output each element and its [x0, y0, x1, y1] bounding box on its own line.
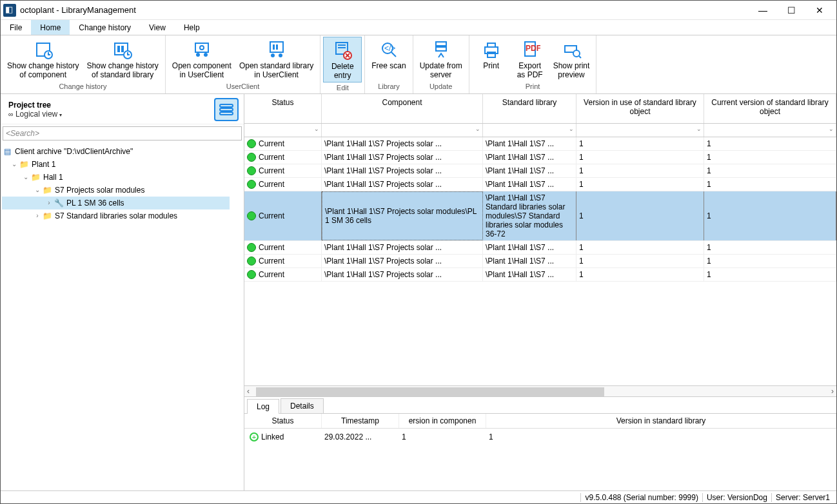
- grid-header: Status Component Standard library Versio…: [244, 94, 836, 124]
- svg-point-32: [573, 50, 580, 57]
- print-button[interactable]: Print: [472, 37, 511, 81]
- table-row[interactable]: Current\Plant 1\Hall 1\S7 Projects solar…: [244, 178, 836, 191]
- chevron-right-icon[interactable]: ›: [44, 199, 54, 206]
- ribbon: Show change history of component Show ch…: [1, 35, 836, 94]
- log-col-version-stdlib[interactable]: Version in standard library: [486, 414, 836, 428]
- chevron-down-icon[interactable]: ⌄: [21, 173, 30, 180]
- svg-text:</>: </>: [384, 44, 395, 53]
- table-row[interactable]: Current\Plant 1\Hall 1\S7 Projects solar…: [244, 255, 836, 268]
- menu-view[interactable]: View: [140, 20, 175, 35]
- table-row[interactable]: Current\Plant 1\Hall 1\S7 Projects solar…: [244, 164, 836, 178]
- menubar: File Home Change history View Help: [1, 20, 836, 35]
- chevron-right-icon[interactable]: ›: [33, 212, 42, 219]
- status-dot-icon: [247, 243, 256, 252]
- col-stdlib[interactable]: Standard library: [483, 94, 576, 123]
- chevron-down-icon: ⌄: [314, 126, 319, 132]
- export-pdf-button[interactable]: PDF Export as PDF: [511, 37, 549, 81]
- menu-help[interactable]: Help: [175, 20, 209, 35]
- minimize-button[interactable]: ―: [749, 1, 777, 19]
- log-col-status[interactable]: Status: [244, 414, 322, 428]
- free-scan-button[interactable]: </> Free scan: [368, 37, 409, 81]
- col-version-in-use[interactable]: Version in use of standard library objec…: [576, 94, 704, 123]
- table-row[interactable]: Current\Plant 1\Hall 1\S7 Projects solar…: [244, 151, 836, 164]
- menu-change-history[interactable]: Change history: [70, 20, 140, 35]
- component-icon: 🔧: [54, 198, 64, 208]
- chevron-down-icon: ⌄: [569, 126, 574, 132]
- grid-body: Current\Plant 1\Hall 1\S7 Projects solar…: [244, 137, 836, 282]
- log-col-timestamp[interactable]: Timestamp: [322, 414, 399, 428]
- project-tree: ▤ Client archive "D:\vdClientArchive" ⌄ …: [1, 142, 244, 490]
- col-current-version[interactable]: Current version of standard library obje…: [704, 94, 836, 123]
- tree-pl-selected[interactable]: › 🔧 PL 1 SM 36 cells: [2, 197, 230, 209]
- tree-archive[interactable]: ▤ Client archive "D:\vdClientArchive": [2, 145, 242, 158]
- delete-entry-button[interactable]: Delete entry: [323, 37, 362, 82]
- scroll-left-icon[interactable]: ‹: [247, 387, 250, 396]
- show-change-history-stdlib-button[interactable]: Show change history of standard library: [83, 37, 162, 81]
- filter-v1[interactable]: ⌄: [576, 124, 704, 137]
- horizontal-scrollbar[interactable]: ‹ ›: [244, 385, 836, 397]
- table-row[interactable]: Current\Plant 1\Hall 1\S7 Projects solar…: [244, 268, 836, 282]
- sidebar-header: Project tree ∞ Logical view ▾: [1, 94, 244, 124]
- update-from-server-button[interactable]: Update from server: [416, 37, 466, 81]
- col-status[interactable]: Status: [244, 94, 322, 123]
- svg-rect-27: [487, 43, 495, 47]
- svg-point-8: [196, 53, 200, 57]
- svg-rect-6: [195, 43, 208, 52]
- tree-stdlib[interactable]: › 📁 S7 Standard libraries solar modules: [2, 209, 242, 222]
- log-header: Status Timestamp ersion in componen Vers…: [244, 414, 836, 429]
- filter-stdlib[interactable]: ⌄: [483, 124, 576, 137]
- col-component[interactable]: Component: [322, 94, 483, 123]
- status-dot-icon: [247, 211, 256, 220]
- main-area: Project tree ∞ Logical view ▾ <Search> ▤…: [1, 94, 836, 490]
- tab-details[interactable]: Details: [281, 398, 324, 413]
- log-row[interactable]: +Linked 29.03.2022 ... 1 1: [244, 429, 836, 445]
- view-toggle-button[interactable]: [214, 98, 239, 121]
- svg-text:PDF: PDF: [526, 44, 540, 53]
- svg-rect-25: [436, 47, 446, 51]
- search-input[interactable]: <Search>: [3, 126, 242, 141]
- tree-plant[interactable]: ⌄ 📁 Plant 1: [2, 158, 242, 171]
- log-col-version-component[interactable]: ersion in componen: [399, 414, 486, 428]
- maximize-button[interactable]: ☐: [777, 1, 805, 19]
- table-row[interactable]: Current\Plant 1\Hall 1\S7 Projects solar…: [244, 241, 836, 255]
- print-preview-button[interactable]: Show print preview: [549, 37, 594, 81]
- chevron-down-icon: ⌄: [829, 126, 834, 132]
- list-view-icon: [219, 103, 234, 116]
- svg-rect-24: [436, 42, 446, 46]
- logical-view-toggle[interactable]: ∞ Logical view ▾: [8, 110, 214, 119]
- menu-file[interactable]: File: [1, 20, 31, 35]
- ribbon-group-label: Library: [378, 81, 400, 92]
- ribbon-group-print: Print PDF Export as PDF Show print previ…: [469, 35, 597, 93]
- tree-hall[interactable]: ⌄ 📁 Hall 1: [2, 171, 242, 184]
- open-stdlib-icon: [266, 39, 287, 60]
- history-stdlib-icon: [112, 39, 133, 60]
- folder-icon: 📁: [42, 185, 52, 195]
- svg-rect-3: [117, 46, 120, 52]
- ribbon-group-label: Print: [526, 81, 540, 92]
- filter-component[interactable]: ⌄: [322, 124, 483, 137]
- filter-v2[interactable]: ⌄: [704, 124, 836, 137]
- chevron-down-icon[interactable]: ⌄: [33, 186, 42, 193]
- table-row[interactable]: Current\Plant 1\Hall 1\S7 Projects solar…: [244, 137, 836, 151]
- chevron-down-icon: ⌄: [475, 126, 480, 132]
- scan-icon: </>: [379, 39, 399, 60]
- open-component-button[interactable]: Open component in UserClient: [168, 37, 235, 81]
- close-button[interactable]: ✕: [805, 1, 834, 19]
- tab-log[interactable]: Log: [247, 399, 279, 414]
- menu-home[interactable]: Home: [31, 20, 70, 35]
- status-user: User: VersionDog: [702, 493, 771, 502]
- show-change-history-component-button[interactable]: Show change history of component: [3, 37, 83, 81]
- svg-point-13: [271, 53, 275, 57]
- pdf-icon: PDF: [520, 39, 540, 60]
- scroll-right-icon[interactable]: ›: [831, 387, 834, 396]
- table-row[interactable]: Current\Plant 1\Hall 1\S7 Projects solar…: [244, 191, 836, 241]
- tree-projects[interactable]: ⌄ 📁 S7 Projects solar modules: [2, 184, 242, 197]
- scrollbar-thumb[interactable]: [256, 387, 604, 396]
- filter-status[interactable]: ⌄: [244, 124, 322, 137]
- status-server: Server: Server1: [771, 493, 834, 502]
- ribbon-group-label: Edit: [337, 82, 349, 93]
- sidebar: Project tree ∞ Logical view ▾ <Search> ▤…: [1, 94, 244, 490]
- open-stdlib-button[interactable]: Open standard library in UserClient: [235, 37, 317, 81]
- svg-point-9: [204, 53, 208, 57]
- chevron-down-icon[interactable]: ⌄: [10, 160, 19, 168]
